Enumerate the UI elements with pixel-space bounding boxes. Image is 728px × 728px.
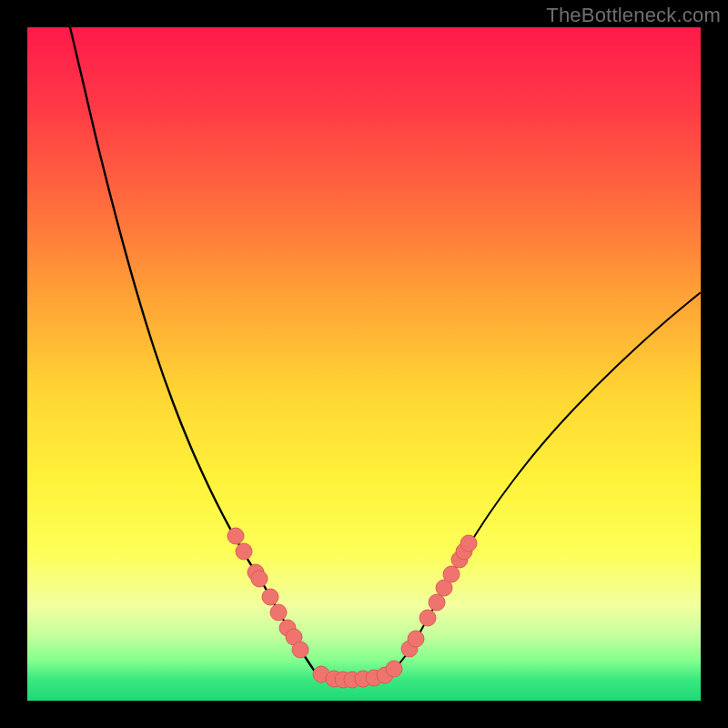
data-dot [443, 566, 460, 582]
data-dots-group [228, 528, 477, 688]
data-dot [429, 594, 445, 611]
data-dot [251, 571, 268, 587]
data-dot [386, 661, 402, 677]
chart-frame: TheBottleneck.com [0, 0, 728, 728]
data-dot [408, 631, 424, 647]
data-dot [460, 535, 477, 551]
data-dot [420, 610, 436, 626]
data-dot [262, 589, 278, 605]
data-dot [236, 543, 252, 560]
plot-area [27, 27, 701, 701]
watermark-text: TheBottleneck.com [546, 4, 721, 27]
curve-right-branch [391, 293, 700, 672]
curve-svg [27, 27, 701, 701]
data-dot [270, 604, 287, 621]
data-dot [292, 642, 308, 658]
curve-left-branch [70, 27, 315, 672]
data-dot [228, 528, 244, 544]
